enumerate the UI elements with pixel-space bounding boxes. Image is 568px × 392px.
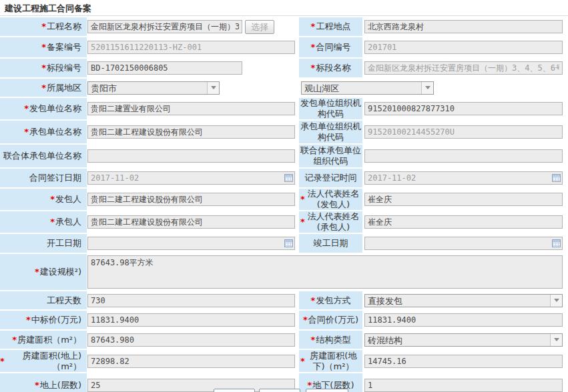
employer-name-input[interactable]: [87, 102, 295, 115]
form-cell: 观山湖区: [299, 79, 568, 97]
form-cell: *发包方式直接发包: [299, 291, 568, 309]
partial-bottom-button-2[interactable]: [259, 389, 300, 392]
form-row: *建设规模²)87643.98平方米: [0, 254, 568, 290]
record-register-date-input[interactable]: [364, 171, 563, 185]
building-area-label: *房建面积（m²）: [0, 331, 87, 349]
structure-type-dropdown[interactable]: 砖混结构: [364, 333, 563, 347]
calendar-icon[interactable]: [552, 239, 561, 247]
contract-number-input[interactable]: [364, 41, 563, 54]
form-value-area: [87, 350, 298, 372]
start-date-field: [87, 237, 295, 250]
form-row: *工程名称选择*工程地点: [0, 17, 568, 36]
form-value-area: 贵阳市: [87, 79, 298, 97]
triangle-glyph: [554, 299, 559, 302]
employer-person-label: *发包人: [0, 189, 87, 210]
completion-date-input[interactable]: [364, 237, 563, 250]
section-number-input[interactable]: [87, 61, 242, 75]
form-value-area: [87, 121, 298, 143]
required-marker: *: [50, 194, 55, 205]
form-value-area: [87, 211, 298, 233]
contract-number-label: *合同编号: [299, 37, 362, 57]
award-method-label-text: 发包方式: [316, 295, 350, 306]
form-cell: *标段名称: [299, 59, 568, 77]
chevron-down-icon[interactable]: [550, 334, 562, 346]
form-value-area: [364, 17, 568, 36]
calendar-icon[interactable]: [552, 174, 561, 182]
project-name-select-button-label: 选择: [251, 22, 268, 32]
chevron-down-icon[interactable]: [421, 82, 433, 94]
project-days-label-text: 工程天数: [47, 295, 81, 306]
form-value-area: [364, 189, 568, 210]
completion-date-field: [364, 237, 563, 250]
contractor-org-code-input[interactable]: [364, 125, 563, 139]
contractor-person-input[interactable]: [87, 215, 295, 229]
required-marker: *: [311, 295, 316, 306]
partial-bottom-button-3[interactable]: [306, 389, 348, 392]
form-row: *房建面积(地上)（m²）*房建面积(地下)（m²）: [0, 350, 568, 372]
form-cell: 发包单位组织机构代码: [299, 98, 568, 119]
building-area-input[interactable]: [87, 333, 295, 347]
employer-org-code-label-text: 发包单位组织机构代码: [300, 98, 361, 119]
contractor-name-input[interactable]: [87, 125, 295, 139]
start-date-input[interactable]: [87, 237, 295, 250]
partial-bottom-button-1[interactable]: [214, 389, 255, 392]
project-name-input[interactable]: [87, 20, 242, 33]
form-row: *承包人*法人代表姓名(承包人): [0, 211, 568, 233]
form-value-area: [364, 59, 568, 77]
form-row: 工程天数*发包方式直接发包: [0, 291, 568, 309]
employer-person-input[interactable]: [87, 193, 295, 206]
form-value-area: [364, 37, 568, 57]
project-days-input[interactable]: [87, 294, 295, 307]
building-area-above-label-text: 房建面积(地上)（m²）: [5, 351, 81, 371]
record-register-date-label-text: 记录登记时间: [305, 173, 357, 183]
award-method-dropdown[interactable]: 直接发包: [364, 294, 563, 307]
form-value-area: [364, 169, 568, 187]
form-cell: *中标价(万元): [0, 311, 298, 329]
employer-org-code-input[interactable]: [364, 102, 563, 115]
form-value-area: [87, 98, 298, 119]
form-value-area: [364, 373, 568, 392]
bid-price-input[interactable]: [87, 313, 295, 327]
chevron-down-icon[interactable]: [207, 82, 219, 94]
chevron-down-icon[interactable]: [550, 295, 562, 307]
form-value-area: 观山湖区: [301, 79, 568, 97]
required-marker: *: [41, 83, 46, 93]
project-location-input[interactable]: [364, 20, 563, 33]
calendar-icon[interactable]: [284, 174, 293, 182]
construction-scale-textarea[interactable]: 87643.98平方米: [87, 255, 563, 289]
consortium-contractor-name-label-text: 联合体承包单位名称: [3, 151, 81, 161]
contractor-legal-rep-input[interactable]: [364, 215, 563, 229]
district-dropdown[interactable]: 观山湖区: [301, 81, 434, 95]
floors-below-input[interactable]: [364, 379, 563, 392]
section-name-input[interactable]: [364, 61, 563, 75]
employer-legal-rep-label-text: 法人代表姓名(发包人): [306, 189, 361, 209]
start-date-label: 开工日期: [0, 234, 87, 253]
region-dropdown[interactable]: 贵阳市: [87, 81, 220, 95]
required-marker: *: [12, 335, 17, 345]
contract-price-input[interactable]: [364, 313, 563, 327]
building-area-above-input[interactable]: [87, 355, 295, 368]
contract-sign-date-input[interactable]: [87, 171, 295, 185]
form-cell: 记录登记时间: [299, 169, 568, 187]
form-cell: *法人代表姓名(承包人): [299, 211, 568, 233]
bid-price-label-text: 中标价(万元): [31, 315, 81, 325]
contractor-legal-rep-label: *法人代表姓名(承包人): [299, 211, 362, 233]
form-cell: 合同签订日期: [0, 169, 298, 187]
project-name-select-button[interactable]: 选择: [245, 20, 274, 34]
construction-contract-filing-form: 建设工程施工合同备案 *工程名称选择*工程地点*备案编号*合同编号*标段编号*标…: [0, 0, 568, 392]
building-area-below-input[interactable]: [364, 355, 563, 368]
record-register-date-label: 记录登记时间: [299, 169, 362, 187]
consortium-contractor-name-label: 联合体承包单位名称: [0, 145, 87, 167]
section-name-label: *标段名称: [299, 59, 362, 77]
form-row: 联合体承包单位名称联合体承包单位组织代码: [0, 145, 568, 167]
form-cell: *发包人: [0, 189, 298, 210]
consortium-contractor-name-input[interactable]: [87, 149, 295, 163]
employer-legal-rep-input[interactable]: [364, 193, 563, 206]
record-number-input[interactable]: [87, 41, 295, 54]
building-area-above-label: *房建面积(地上)（m²）: [0, 350, 87, 372]
project-days-label: 工程天数: [0, 291, 87, 309]
construction-scale-label: *建设规模²): [0, 254, 87, 290]
consortium-org-code-input[interactable]: [364, 149, 563, 163]
calendar-icon[interactable]: [284, 239, 293, 247]
form-value-area: [364, 121, 568, 143]
